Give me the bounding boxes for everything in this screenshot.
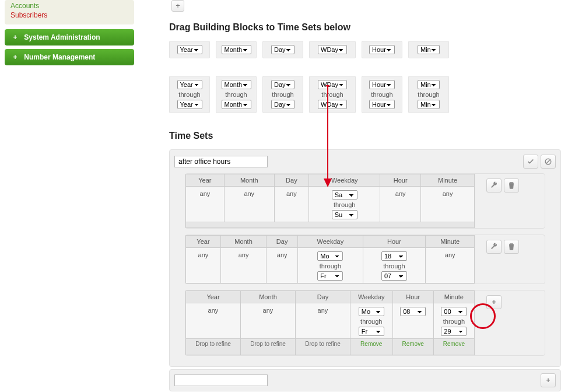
rule-table: Year Month Day Weekday Hour Minute any a… bbox=[185, 290, 475, 355]
drop-cell[interactable]: Drop to refine bbox=[240, 339, 295, 355]
select-min-to[interactable]: 29 bbox=[441, 327, 467, 336]
sidebar-btn-number-management[interactable]: + Number Management bbox=[5, 49, 134, 65]
select-min-to[interactable]: Min bbox=[418, 100, 440, 109]
select-month-to[interactable]: Month bbox=[222, 100, 251, 109]
block-month[interactable]: Month bbox=[216, 41, 257, 58]
block-min-range[interactable]: Min through Min bbox=[408, 76, 449, 113]
confirm-button[interactable] bbox=[523, 155, 538, 169]
rule-block-2: Year Month Day Weekday Hour Minute any a… bbox=[185, 235, 545, 284]
select-day-from[interactable]: Day bbox=[271, 80, 294, 89]
select-wday-to[interactable]: WDay bbox=[318, 100, 347, 109]
check-icon bbox=[527, 158, 535, 166]
remove-cell[interactable]: Remove bbox=[392, 339, 433, 355]
block-wday-range[interactable]: WDay through WDay bbox=[309, 76, 356, 113]
timeset-name-input[interactable] bbox=[174, 156, 268, 167]
through-label: through bbox=[313, 89, 352, 100]
through-label: through bbox=[412, 89, 445, 100]
select-year[interactable]: Year bbox=[177, 45, 202, 54]
block-year-range[interactable]: Year through Year bbox=[169, 76, 210, 113]
select-month-from[interactable]: Month bbox=[222, 80, 251, 89]
col-month: Month bbox=[224, 174, 274, 187]
select-wday-from[interactable]: Mo bbox=[359, 307, 384, 316]
rule-table: Year Month Day Weekday Hour Minute any a… bbox=[185, 235, 475, 284]
select-day-to[interactable]: Day bbox=[271, 100, 294, 109]
col-minute: Minute bbox=[421, 174, 475, 187]
sidebar-btn-label: System Administration bbox=[24, 33, 100, 41]
col-weekday: Weekday bbox=[350, 291, 392, 303]
add-timeset-button[interactable]: + bbox=[541, 373, 556, 387]
block-wday[interactable]: WDay bbox=[309, 41, 356, 58]
through-label: through bbox=[364, 261, 425, 271]
add-block-button[interactable]: + bbox=[171, 0, 184, 12]
cell-minute: any bbox=[421, 187, 475, 222]
block-day[interactable]: Day bbox=[262, 41, 303, 58]
col-hour: Hour bbox=[363, 236, 426, 248]
cell-month: any bbox=[224, 187, 274, 222]
col-minute: Minute bbox=[433, 291, 474, 303]
select-month[interactable]: Month bbox=[222, 45, 251, 54]
building-blocks-range-row: Year through Year Month through Month Da… bbox=[169, 76, 561, 113]
sidebar-link-subscribers[interactable]: Subscribers bbox=[10, 10, 128, 20]
select-wday-to[interactable]: Fr bbox=[359, 327, 384, 336]
select-hour-from[interactable]: Hour bbox=[369, 80, 395, 89]
select-min-from[interactable]: 00 bbox=[441, 307, 467, 316]
cell-month: any bbox=[240, 303, 295, 339]
col-weekday: Weekday bbox=[298, 236, 363, 248]
edit-button[interactable] bbox=[486, 178, 502, 192]
cell-hour: 18 through 07 bbox=[363, 248, 426, 284]
drop-cell[interactable]: Drop to refine bbox=[295, 339, 350, 355]
block-min[interactable]: Min bbox=[408, 41, 449, 58]
select-wday-from[interactable]: Sa bbox=[332, 190, 357, 200]
select-hour-to[interactable]: Hour bbox=[369, 100, 395, 109]
cell-hour: any bbox=[380, 187, 421, 222]
block-month-range[interactable]: Month through Month bbox=[216, 76, 257, 113]
new-timeset-input[interactable] bbox=[174, 374, 268, 386]
through-label: through bbox=[435, 316, 473, 327]
sidebar-link-accounts[interactable]: Accounts bbox=[10, 1, 128, 10]
cell-weekday: Sa through Su bbox=[309, 187, 380, 222]
select-hour-from[interactable]: 08 bbox=[400, 307, 426, 316]
select-hour-to[interactable]: 07 bbox=[381, 271, 407, 281]
select-wday-to[interactable]: Fr bbox=[317, 271, 343, 281]
select-hour-from[interactable]: 18 bbox=[381, 251, 407, 261]
cancel-button[interactable] bbox=[541, 155, 556, 169]
through-label: through bbox=[173, 89, 206, 100]
cell-hour: 08 bbox=[392, 303, 433, 339]
select-wday-from[interactable]: WDay bbox=[318, 80, 347, 89]
drop-cell[interactable]: Drop to refine bbox=[186, 339, 241, 355]
plus-icon: + bbox=[546, 376, 550, 384]
delete-button[interactable] bbox=[504, 240, 519, 254]
remove-cell[interactable]: Remove bbox=[350, 339, 392, 355]
select-min[interactable]: Min bbox=[418, 45, 440, 54]
through-label: through bbox=[299, 261, 361, 271]
select-wday-to[interactable]: Su bbox=[332, 210, 357, 219]
col-weekday: Weekday bbox=[309, 174, 380, 187]
plus-icon: + bbox=[12, 53, 19, 61]
select-wday-from[interactable]: Mo bbox=[317, 251, 343, 261]
sidebar-btn-system-administration[interactable]: + System Administration bbox=[5, 29, 134, 46]
svg-line-1 bbox=[546, 160, 550, 163]
block-year[interactable]: Year bbox=[169, 41, 210, 58]
select-hour[interactable]: Hour bbox=[369, 45, 395, 54]
cell-day: any bbox=[295, 303, 350, 339]
wrench-icon bbox=[490, 181, 498, 190]
select-wday[interactable]: WDay bbox=[318, 45, 347, 54]
select-min-from[interactable]: Min bbox=[418, 80, 440, 89]
select-year-from[interactable]: Year bbox=[177, 80, 202, 89]
add-rule-button[interactable]: + bbox=[486, 295, 502, 309]
block-hour-range[interactable]: Hour through Hour bbox=[362, 76, 402, 113]
rule-block-1: Year Month Day Weekday Hour Minute any a… bbox=[185, 173, 545, 229]
block-day-range[interactable]: Day through Day bbox=[262, 76, 303, 113]
through-label: through bbox=[267, 89, 299, 100]
col-day: Day bbox=[267, 236, 298, 248]
remove-cell[interactable]: Remove bbox=[433, 339, 474, 355]
cell-year: any bbox=[186, 303, 241, 339]
block-hour[interactable]: Hour bbox=[362, 41, 402, 58]
select-year-to[interactable]: Year bbox=[177, 100, 202, 109]
col-month: Month bbox=[240, 291, 295, 303]
trash-icon bbox=[507, 243, 516, 251]
heading-time-sets: Time Sets bbox=[169, 131, 561, 141]
edit-button[interactable] bbox=[486, 240, 502, 254]
delete-button[interactable] bbox=[504, 178, 519, 192]
select-day[interactable]: Day bbox=[271, 45, 294, 54]
